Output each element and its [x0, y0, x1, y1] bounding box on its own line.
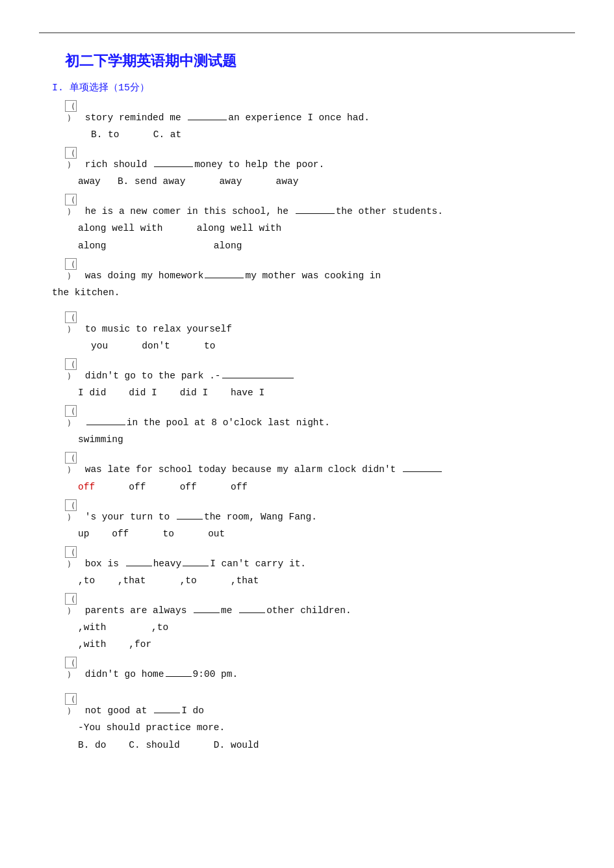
question-5: （ ） to music to relax yourself you don't…: [39, 311, 575, 354]
question-8: （ ） was late for school today because my…: [39, 452, 575, 495]
q8-options: off off off off: [78, 479, 575, 495]
q5-options: you don't to: [91, 337, 575, 354]
q13-continuation: -You should practice more.: [78, 719, 575, 736]
q10-text: （ ） box is heavyI can't carry it.: [65, 546, 575, 572]
question-11: （ ） parents are always me other children…: [39, 593, 575, 653]
q9-options: up off to out: [78, 525, 575, 542]
question-6: （ ） didn't go to the park .- I did did I…: [39, 358, 575, 401]
q11-options2: ,with ,for: [78, 636, 575, 653]
q7-options: swimming: [78, 431, 575, 448]
question-4: （ ） was doing my homeworkmy mother was c…: [39, 258, 575, 301]
page-title: 初二下学期英语期中测试题: [65, 51, 575, 71]
question-9: （ ） 's your turn to the room, Wang Fang.…: [39, 499, 575, 542]
q9-text: （ ） 's your turn to the room, Wang Fang.: [65, 499, 575, 525]
q4-continuation: the kitchen.: [52, 284, 575, 301]
question-10: （ ） box is heavyI can't carry it. ,to ,t…: [39, 546, 575, 589]
q12-text: （ ） didn't go home9:00 pm.: [65, 657, 575, 683]
question-7: （ ） in the pool at 8 o'clock last night.…: [39, 405, 575, 448]
top-divider: [39, 33, 575, 33]
q8-text: （ ） was late for school today because my…: [65, 452, 575, 478]
q1-text: （ ） story reminded me an experience I on…: [65, 100, 575, 126]
q4-text: （ ） was doing my homeworkmy mother was c…: [65, 258, 575, 284]
question-3: （ ） he is a new comer in this school, he…: [39, 194, 575, 254]
exam-page: 初二下学期英语期中测试题 I. 单项选择（15分） （ ） story remi…: [0, 0, 614, 868]
q5-text: （ ） to music to relax yourself: [65, 311, 575, 337]
q1-options: B. to C. at: [91, 126, 575, 143]
question-13: （ ） not good at I do -You should practic…: [39, 693, 575, 753]
q13-options: B. do C. should D. would: [78, 737, 575, 754]
question-12: （ ） didn't go home9:00 pm.: [39, 657, 575, 683]
q7-text: （ ） in the pool at 8 o'clock last night.: [65, 405, 575, 431]
q2-text: （ ） rich should money to help the poor.: [65, 147, 575, 173]
q10-options: ,to ,that ,to ,that: [78, 572, 575, 589]
q6-options: I did did I did I have I: [78, 384, 575, 401]
section1-header: I. 单项选择（15分）: [52, 81, 575, 94]
question-2: （ ） rich should money to help the poor. …: [39, 147, 575, 190]
q13-text: （ ） not good at I do: [65, 693, 575, 719]
q3-options2: along along: [78, 237, 575, 254]
question-1: （ ） story reminded me an experience I on…: [39, 100, 575, 143]
q11-options1: ,with ,to: [78, 619, 575, 636]
q11-text: （ ） parents are always me other children…: [65, 593, 575, 619]
q3-options1: along well with along well with: [78, 220, 575, 237]
q3-text: （ ） he is a new comer in this school, he…: [65, 194, 575, 220]
q6-text: （ ） didn't go to the park .-: [65, 358, 575, 384]
q2-options: away B. send away away away: [78, 173, 575, 190]
